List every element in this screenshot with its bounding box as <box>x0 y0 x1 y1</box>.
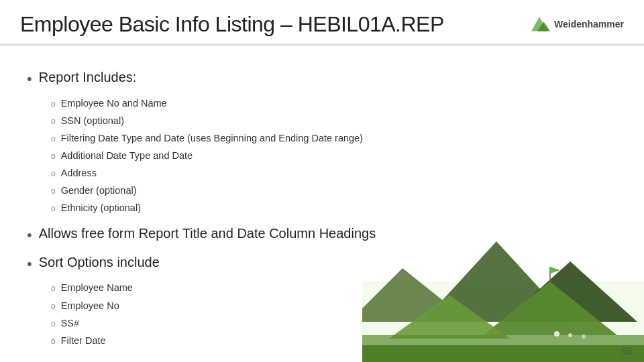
list-item: oAdditional Date Type and Date <box>51 147 617 164</box>
list-item: oGender (optional) <box>51 182 617 199</box>
report-includes-heading: • Report Includes: <box>27 70 617 89</box>
list-item: oEmployee No and Name <box>51 95 617 112</box>
sort-options-label: Sort Options include <box>39 255 160 270</box>
list-item: oFiltering Date Type and Date (uses Begi… <box>51 129 617 147</box>
report-includes-label: Report Includes: <box>39 70 137 85</box>
report-includes-list: oEmployee No and Name oSSN (optional) oF… <box>51 95 617 217</box>
sort-options-list: oEmployee Name oEmployee No oSS# oFilter… <box>51 279 617 349</box>
list-item: oEmployee No <box>51 297 617 314</box>
free-form-section: • Allows free form Report Title and Date… <box>27 226 617 245</box>
list-item: oSSN (optional) <box>51 112 617 129</box>
report-includes-section: • Report Includes: oEmployee No and Name… <box>27 70 617 217</box>
page-title: Employee Basic Info Listing – HEBIL01A.R… <box>20 12 444 37</box>
page-header: Employee Basic Info Listing – HEBIL01A.R… <box>0 0 644 45</box>
bullet-dot-1: • <box>27 70 32 89</box>
logo-icon <box>529 14 550 36</box>
bullet-dot-2: • <box>27 226 32 245</box>
main-content: • Report Includes: oEmployee No and Name… <box>0 56 644 362</box>
list-item: oEthnicity (optional) <box>51 199 617 217</box>
list-item: oFilter Date <box>51 332 617 349</box>
free-form-heading: • Allows free form Report Title and Date… <box>27 226 617 245</box>
bullet-dot-3: • <box>27 255 32 274</box>
logo-text: Weidenhammer <box>554 19 624 30</box>
page-number: 55 <box>621 346 632 357</box>
sort-options-section: • Sort Options include oEmployee Name oE… <box>27 255 617 349</box>
header-divider <box>0 45 644 46</box>
sort-options-heading: • Sort Options include <box>27 255 617 274</box>
list-item: oAddress <box>51 164 617 182</box>
logo-area: Weidenhammer <box>529 14 624 36</box>
list-item: oEmployee Name <box>51 279 617 296</box>
free-form-label: Allows free form Report Title and Date C… <box>39 226 376 241</box>
list-item: oSS# <box>51 314 617 332</box>
